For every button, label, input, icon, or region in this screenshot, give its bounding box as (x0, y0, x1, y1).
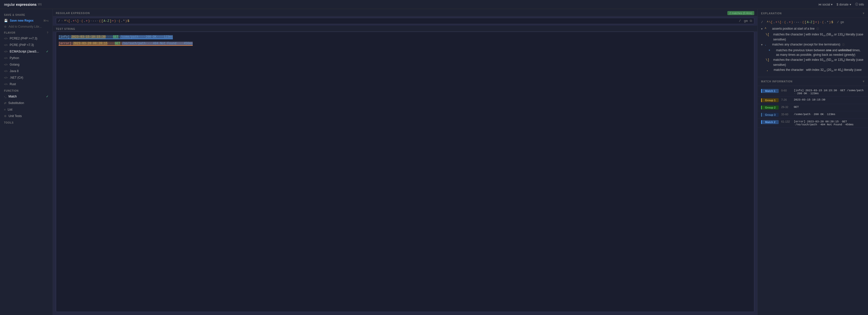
test-string-area[interactable]: [info]·2023-03-15·10:15:30·--·GET·/some/… (56, 32, 754, 312)
sidebar-item-list[interactable]: ≡ List (0, 106, 53, 113)
regex-dot-3: . (121, 19, 123, 23)
sidebar-item-dotnet[interactable]: </> .NET (C#) (0, 74, 53, 81)
code-icon-4: </> (4, 57, 7, 60)
info-icon-dot[interactable]: ⓘ (842, 43, 845, 46)
exp-desc-dot: matches any character (except for line t… (772, 42, 845, 47)
social-label: social (823, 3, 830, 6)
donate-button[interactable]: $ donate ▾ (837, 3, 851, 6)
explanation-regex-line: / ^ \[ . + \] · ( . + ) · -- · ( [ (761, 20, 865, 25)
sidebar-item-java8[interactable]: </> Java 8 (0, 68, 53, 74)
exp-escape: \[ (769, 20, 773, 25)
group2-value: GET (794, 105, 799, 108)
social-button[interactable]: ⋈ social ▾ (818, 3, 833, 6)
match-info-label: MATCH INFORMATION (761, 80, 793, 83)
topbar: regular expressions 101 ⋈ social ▾ $ don… (0, 0, 868, 9)
exp-desc-close: matches the character ] with index 9310 … (773, 58, 865, 67)
match-check-icon: ✓ (46, 95, 49, 98)
regex-escape-bracket: \[ (66, 19, 70, 23)
regex-dollar: $ (127, 19, 129, 23)
exp-cdot2: · (794, 20, 795, 25)
regex-input[interactable]: / · ^ \[ . + \] · ( . + ) · - - · ( [ A-… (56, 18, 754, 24)
logo-expressions: expressions (16, 2, 37, 6)
match-info-row-group1: Group 1 7-26 2023-03-15·10:15:30 (757, 97, 868, 104)
match-2-highlight: [error]·2023-03-20·08:20:15·--·GET·/no/s… (59, 42, 193, 46)
regex-dot-prefix: · (61, 19, 63, 23)
regex-char-class: A-Z (103, 19, 109, 23)
logo: regular expressions 101 (4, 2, 42, 6)
flavor-dotnet-label: .NET (C#) (9, 76, 23, 79)
exp-plus2: + (789, 20, 790, 25)
exp-gparen3: ( (802, 20, 804, 25)
group2-range: 29-32 (781, 105, 791, 108)
info-icon-caret[interactable]: ⓘ (816, 27, 819, 30)
exp-cdot: · (782, 20, 784, 25)
group3-value: /some/path··200·OK··123ms (794, 113, 835, 116)
list-icon: ≡ (4, 108, 5, 111)
exp-brk: [ (805, 20, 806, 25)
save-new-regex-button[interactable]: 💾 Save new Regex ⌘+s (0, 18, 53, 24)
exp-cdot4: · (820, 20, 822, 25)
exp-item-caret: ▾ ^ asserts position at start of a line … (761, 26, 865, 31)
group1-text-2: 2023-03-20·08:20:15 (73, 42, 108, 45)
sidebar-item-substitution[interactable]: ⇄ Substitution (0, 100, 53, 106)
exp-class: A-Z (807, 20, 812, 25)
sidebar-item-golang[interactable]: </> Golang (0, 61, 53, 68)
match-info-header[interactable]: MATCH INFORMATION ▾ (757, 77, 868, 86)
donate-label: donate (839, 3, 849, 6)
explanation-header[interactable]: EXPLANATION ▾ (757, 9, 868, 18)
match-badge: 2 matches (0.4ms) (727, 11, 754, 15)
exp-collapse-dot: ▾ (761, 42, 763, 47)
match-info-panel: MATCH INFORMATION ▾ Match 1 0-60 [info]·… (757, 77, 868, 315)
test-string-label: TEST STRING (53, 26, 757, 32)
tools-label: TOOLS (4, 121, 13, 124)
error-bracket: [error] (59, 42, 71, 45)
exp-item-space: · matches the character with index 3210 … (761, 68, 865, 74)
sidebar-item-ecma[interactable]: </> ECMAScript (JavaS... ✓ (0, 48, 53, 55)
info-icon: ⓘ (855, 2, 858, 6)
center-panel: REGULAR EXPRESSION 2 matches (0.4ms) / ·… (53, 9, 757, 315)
sidebar-item-python[interactable]: </> Python (0, 55, 53, 61)
group3-text: /some/path·--·200·OK·--·123ms (120, 35, 173, 39)
sidebar-item-rust[interactable]: </> Rust (0, 81, 53, 88)
match-info-row-group3: Group 3 33-60 /some/path··200·OK··123ms (757, 111, 868, 118)
match-info-row-group2: Group 2 29-32 GET (757, 104, 868, 111)
exp-desc-space: matches the character with index 3210 (2… (774, 68, 862, 73)
regex-dash-2: - (95, 19, 97, 23)
exp-code-plus: + (769, 48, 775, 53)
exp-delim-close: / (837, 20, 839, 25)
exp-plus3: + (815, 20, 817, 25)
flavor-help-icon[interactable]: ? (47, 31, 49, 34)
group1-text: 2023-03-15·10:15:30 (71, 35, 106, 39)
group1-label: Group 1 (761, 98, 779, 102)
sidebar-item-match[interactable]: ›_ Match ✓ (0, 93, 53, 100)
regex-dot: . (70, 19, 72, 23)
match2-value: [error]·2023-03-20·08:20:15··GET·/no/suc… (794, 120, 854, 126)
exp-desc-caret: asserts position at start of a line ⓘ (772, 26, 819, 31)
exp-gparen4: ) (817, 20, 819, 25)
info-button[interactable]: ⓘ info (855, 2, 864, 6)
copy-button[interactable]: ⧉ (750, 19, 752, 23)
flavor-rust-label: Rust (9, 82, 16, 86)
exp-dot2: . (786, 20, 788, 25)
sidebar-item-pcre2[interactable]: </> PCRE2 (PHP >=7.3) (0, 35, 53, 42)
group2-text-2: GET (115, 42, 120, 45)
flavor-pcre2-label: PCRE2 (PHP >=7.3) (9, 37, 37, 40)
exp-space2 (834, 20, 836, 25)
sidebar-item-unittests[interactable]: ⚙ Unit Tests (0, 113, 53, 119)
exp-dot: . (773, 20, 775, 25)
add-library-button[interactable]: ⊕ Add to Community Libr... (0, 24, 53, 29)
save-share-label: SAVE & SHARE (4, 13, 25, 16)
exp-code-caret: ^ (765, 26, 771, 31)
match2-range: 61-132 (781, 120, 791, 123)
regex-escape-bracket-close: \] (75, 19, 79, 23)
sidebar-item-pcre[interactable]: </> PCRE (PHP <7.3) (0, 42, 53, 48)
exp-code-space: · (766, 68, 772, 74)
regex-group-open-1: ( (81, 19, 83, 23)
function-match-label: Match (8, 95, 17, 98)
flavor-label: FLAVOR (4, 31, 16, 34)
save-new-label: Save new Regex (10, 19, 33, 22)
group3-label: Group 3 (761, 113, 779, 117)
test-string-line2: [error]·2023-03-20·08:20:15·--·GET·/no/s… (59, 41, 751, 46)
right-panel: EXPLANATION ▾ / ^ \[ . + \] · ( . + ) (757, 9, 868, 315)
exp-gparen6: ) (829, 20, 831, 25)
